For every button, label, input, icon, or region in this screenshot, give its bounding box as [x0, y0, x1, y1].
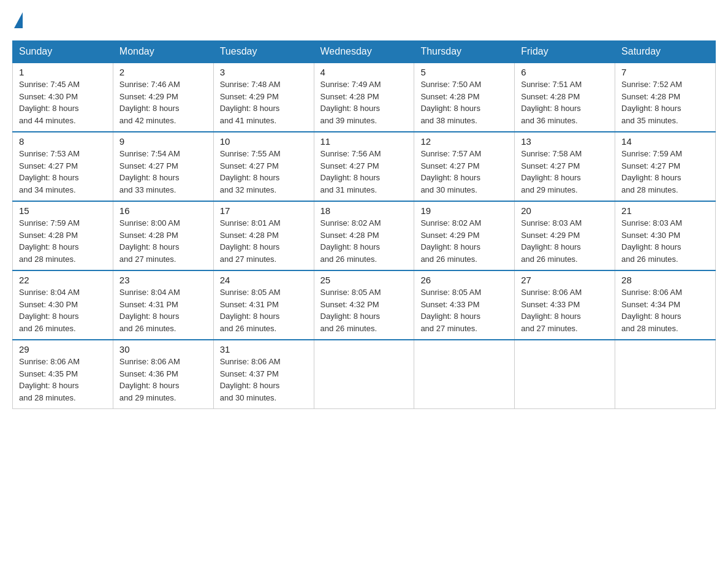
day-cell-14: 14Sunrise: 7:59 AMSunset: 4:27 PMDayligh… — [615, 132, 716, 201]
day-cell-15: 15Sunrise: 7:59 AMSunset: 4:28 PMDayligh… — [13, 201, 113, 270]
day-number: 22 — [19, 275, 107, 285]
day-cell-20: 20Sunrise: 8:03 AMSunset: 4:29 PMDayligh… — [515, 201, 615, 270]
day-info: Sunrise: 8:06 AMSunset: 4:33 PMDaylight:… — [521, 286, 609, 334]
day-cell-21: 21Sunrise: 8:03 AMSunset: 4:30 PMDayligh… — [615, 201, 716, 270]
day-number: 10 — [220, 136, 308, 147]
day-info: Sunrise: 8:06 AMSunset: 4:35 PMDaylight:… — [19, 356, 107, 404]
weekday-header-thursday: Thursday — [414, 41, 515, 63]
day-info: Sunrise: 8:05 AMSunset: 4:31 PMDaylight:… — [220, 286, 308, 334]
weekday-header-row: SundayMondayTuesdayWednesdayThursdayFrid… — [13, 41, 716, 63]
day-info: Sunrise: 7:58 AMSunset: 4:27 PMDaylight:… — [521, 148, 609, 196]
day-cell-2: 2Sunrise: 7:46 AMSunset: 4:29 PMDaylight… — [113, 63, 213, 132]
day-info: Sunrise: 8:01 AMSunset: 4:28 PMDaylight:… — [220, 217, 308, 265]
day-number: 1 — [19, 67, 107, 77]
day-info: Sunrise: 7:49 AMSunset: 4:28 PMDaylight:… — [320, 79, 408, 126]
day-cell-3: 3Sunrise: 7:48 AMSunset: 4:29 PMDaylight… — [213, 63, 314, 132]
day-cell-24: 24Sunrise: 8:05 AMSunset: 4:31 PMDayligh… — [213, 270, 314, 340]
day-info: Sunrise: 7:46 AMSunset: 4:29 PMDaylight:… — [119, 79, 207, 126]
day-cell-17: 17Sunrise: 8:01 AMSunset: 4:28 PMDayligh… — [213, 201, 314, 270]
day-number: 31 — [220, 344, 308, 354]
day-number: 28 — [621, 275, 709, 285]
day-number: 11 — [320, 136, 408, 147]
day-number: 27 — [521, 275, 609, 285]
day-info: Sunrise: 7:59 AMSunset: 4:28 PMDaylight:… — [19, 217, 107, 265]
day-cell-11: 11Sunrise: 7:56 AMSunset: 4:27 PMDayligh… — [314, 132, 414, 201]
week-row-5: 29Sunrise: 8:06 AMSunset: 4:35 PMDayligh… — [13, 340, 716, 409]
empty-cell — [615, 340, 716, 409]
day-number: 8 — [19, 136, 107, 147]
weekday-header-tuesday: Tuesday — [213, 41, 314, 63]
day-info: Sunrise: 7:53 AMSunset: 4:27 PMDaylight:… — [19, 148, 107, 196]
day-number: 3 — [220, 67, 308, 77]
day-number: 29 — [19, 344, 107, 354]
day-info: Sunrise: 7:54 AMSunset: 4:27 PMDaylight:… — [119, 148, 207, 196]
day-info: Sunrise: 8:00 AMSunset: 4:28 PMDaylight:… — [119, 217, 207, 265]
day-info: Sunrise: 7:50 AMSunset: 4:28 PMDaylight:… — [420, 79, 508, 126]
empty-cell — [515, 340, 615, 409]
day-number: 17 — [220, 205, 308, 216]
day-number: 24 — [220, 275, 308, 285]
day-info: Sunrise: 7:48 AMSunset: 4:29 PMDaylight:… — [220, 79, 308, 126]
logo-triangle-icon — [14, 12, 23, 28]
day-cell-26: 26Sunrise: 8:05 AMSunset: 4:33 PMDayligh… — [414, 270, 515, 340]
day-number: 19 — [420, 205, 508, 216]
day-cell-5: 5Sunrise: 7:50 AMSunset: 4:28 PMDaylight… — [414, 63, 515, 132]
week-row-3: 15Sunrise: 7:59 AMSunset: 4:28 PMDayligh… — [13, 201, 716, 270]
calendar-table: SundayMondayTuesdayWednesdayThursdayFrid… — [12, 40, 716, 409]
day-info: Sunrise: 8:03 AMSunset: 4:30 PMDaylight:… — [621, 217, 709, 265]
day-cell-12: 12Sunrise: 7:57 AMSunset: 4:27 PMDayligh… — [414, 132, 515, 201]
day-info: Sunrise: 8:02 AMSunset: 4:28 PMDaylight:… — [320, 217, 408, 265]
day-cell-13: 13Sunrise: 7:58 AMSunset: 4:27 PMDayligh… — [515, 132, 615, 201]
day-number: 20 — [521, 205, 609, 216]
day-info: Sunrise: 8:06 AMSunset: 4:37 PMDaylight:… — [220, 356, 308, 404]
day-cell-16: 16Sunrise: 8:00 AMSunset: 4:28 PMDayligh… — [113, 201, 213, 270]
day-number: 13 — [521, 136, 609, 147]
day-number: 6 — [521, 67, 609, 77]
week-row-2: 8Sunrise: 7:53 AMSunset: 4:27 PMDaylight… — [13, 132, 716, 201]
day-number: 26 — [420, 275, 508, 285]
day-info: Sunrise: 8:05 AMSunset: 4:32 PMDaylight:… — [320, 286, 408, 334]
day-cell-9: 9Sunrise: 7:54 AMSunset: 4:27 PMDaylight… — [113, 132, 213, 201]
day-info: Sunrise: 7:57 AMSunset: 4:27 PMDaylight:… — [420, 148, 508, 196]
day-info: Sunrise: 8:02 AMSunset: 4:29 PMDaylight:… — [420, 217, 508, 265]
day-cell-1: 1Sunrise: 7:45 AMSunset: 4:30 PMDaylight… — [13, 63, 113, 132]
weekday-header-saturday: Saturday — [615, 41, 716, 63]
day-info: Sunrise: 7:52 AMSunset: 4:28 PMDaylight:… — [621, 79, 709, 126]
empty-cell — [414, 340, 515, 409]
day-number: 23 — [119, 275, 207, 285]
day-cell-29: 29Sunrise: 8:06 AMSunset: 4:35 PMDayligh… — [13, 340, 113, 409]
day-cell-30: 30Sunrise: 8:06 AMSunset: 4:36 PMDayligh… — [113, 340, 213, 409]
logo — [12, 12, 23, 28]
day-info: Sunrise: 8:06 AMSunset: 4:34 PMDaylight:… — [621, 286, 709, 334]
day-info: Sunrise: 8:03 AMSunset: 4:29 PMDaylight:… — [521, 217, 609, 265]
empty-cell — [314, 340, 414, 409]
day-info: Sunrise: 8:04 AMSunset: 4:30 PMDaylight:… — [19, 286, 107, 334]
day-number: 9 — [119, 136, 207, 147]
day-cell-22: 22Sunrise: 8:04 AMSunset: 4:30 PMDayligh… — [13, 270, 113, 340]
day-info: Sunrise: 7:56 AMSunset: 4:27 PMDaylight:… — [320, 148, 408, 196]
day-cell-23: 23Sunrise: 8:04 AMSunset: 4:31 PMDayligh… — [113, 270, 213, 340]
day-info: Sunrise: 8:04 AMSunset: 4:31 PMDaylight:… — [119, 286, 207, 334]
day-number: 21 — [621, 205, 709, 216]
day-number: 15 — [19, 205, 107, 216]
day-info: Sunrise: 7:59 AMSunset: 4:27 PMDaylight:… — [621, 148, 709, 196]
day-info: Sunrise: 7:51 AMSunset: 4:28 PMDaylight:… — [521, 79, 609, 126]
day-cell-4: 4Sunrise: 7:49 AMSunset: 4:28 PMDaylight… — [314, 63, 414, 132]
weekday-header-monday: Monday — [113, 41, 213, 63]
day-number: 12 — [420, 136, 508, 147]
day-number: 7 — [621, 67, 709, 77]
page-header — [12, 12, 716, 28]
day-number: 4 — [320, 67, 408, 77]
day-number: 30 — [119, 344, 207, 354]
week-row-1: 1Sunrise: 7:45 AMSunset: 4:30 PMDaylight… — [13, 63, 716, 132]
week-row-4: 22Sunrise: 8:04 AMSunset: 4:30 PMDayligh… — [13, 270, 716, 340]
day-cell-8: 8Sunrise: 7:53 AMSunset: 4:27 PMDaylight… — [13, 132, 113, 201]
day-cell-31: 31Sunrise: 8:06 AMSunset: 4:37 PMDayligh… — [213, 340, 314, 409]
day-cell-10: 10Sunrise: 7:55 AMSunset: 4:27 PMDayligh… — [213, 132, 314, 201]
day-number: 18 — [320, 205, 408, 216]
day-number: 25 — [320, 275, 408, 285]
weekday-header-wednesday: Wednesday — [314, 41, 414, 63]
day-cell-18: 18Sunrise: 8:02 AMSunset: 4:28 PMDayligh… — [314, 201, 414, 270]
day-cell-28: 28Sunrise: 8:06 AMSunset: 4:34 PMDayligh… — [615, 270, 716, 340]
weekday-header-friday: Friday — [515, 41, 615, 63]
